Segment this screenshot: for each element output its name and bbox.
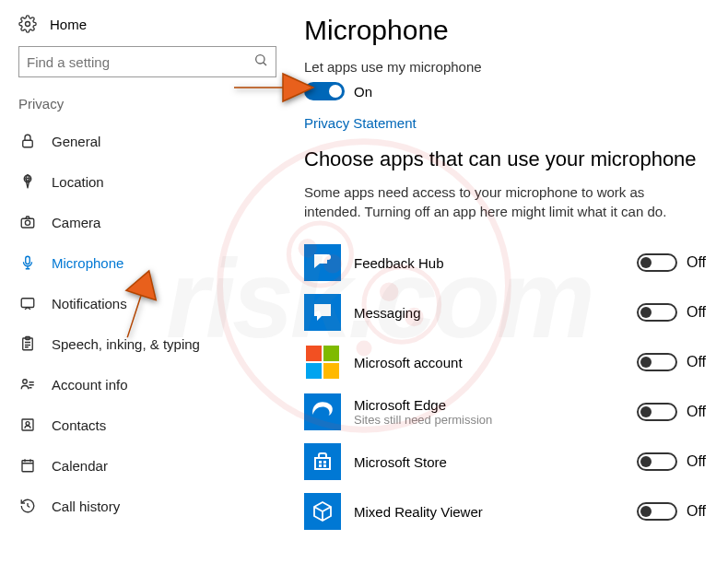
- sidebar-item-location[interactable]: Location: [18, 161, 276, 202]
- svg-rect-32: [323, 464, 326, 467]
- master-toggle[interactable]: [304, 82, 345, 100]
- app-toggle[interactable]: [637, 502, 677, 521]
- home-label: Home: [50, 17, 87, 32]
- gear-icon: [18, 15, 37, 33]
- choose-apps-heading: Choose apps that can use your microphone: [304, 147, 706, 171]
- page-title: Microphone: [304, 15, 706, 46]
- toggle-state: Off: [687, 404, 706, 420]
- svg-rect-31: [319, 464, 322, 467]
- app-toggle[interactable]: [637, 303, 677, 322]
- app-row-microsoft-store: Microsoft Store Off: [304, 437, 706, 487]
- app-row-microsoft-edge: Microsoft EdgeSites still need permissio…: [304, 387, 706, 437]
- sidebar-item-speech[interactable]: Speech, inking, & typing: [18, 323, 276, 364]
- toggle-state: Off: [687, 503, 706, 520]
- svg-point-9: [256, 55, 264, 64]
- calendar-icon: [18, 457, 37, 474]
- nav-label: Contacts: [52, 417, 106, 433]
- svg-rect-25: [306, 346, 322, 361]
- feedback-hub-icon: [304, 244, 341, 281]
- svg-rect-23: [22, 461, 33, 472]
- svg-rect-30: [323, 461, 326, 464]
- store-icon: [304, 443, 341, 480]
- svg-point-24: [325, 254, 331, 260]
- edge-icon: [304, 393, 341, 430]
- app-name: Microsoft Edge: [354, 397, 624, 413]
- svg-point-8: [26, 22, 30, 27]
- notifications-icon: [18, 295, 37, 311]
- nav-label: Microphone: [52, 255, 123, 271]
- app-name: Microsoft Store: [354, 454, 624, 470]
- app-toggle[interactable]: [637, 452, 677, 471]
- sidebar-item-contacts[interactable]: Contacts: [18, 405, 276, 445]
- sidebar-item-microphone[interactable]: Microphone: [18, 242, 276, 283]
- home-link[interactable]: Home: [18, 15, 276, 33]
- app-row-mixed-reality: Mixed Reality Viewer Off: [304, 487, 706, 536]
- app-toggle[interactable]: [637, 403, 677, 421]
- section-header: Privacy: [18, 96, 276, 111]
- app-row-feedback-hub: Feedback Hub Off: [304, 238, 706, 288]
- choose-apps-desc: Some apps need access to your microphone…: [304, 182, 691, 221]
- search-icon: [253, 53, 268, 71]
- master-toggle-state: On: [354, 84, 372, 100]
- clipboard-icon: [18, 335, 37, 352]
- svg-rect-27: [306, 363, 322, 379]
- nav-label: Account info: [52, 377, 128, 393]
- svg-rect-11: [23, 140, 33, 147]
- svg-rect-17: [21, 299, 34, 308]
- lock-icon: [18, 133, 37, 149]
- search-input[interactable]: [27, 54, 253, 70]
- app-name: Microsoft account: [354, 355, 624, 370]
- svg-rect-28: [323, 363, 339, 379]
- svg-point-20: [23, 380, 28, 384]
- contacts-icon: [18, 417, 37, 433]
- location-icon: [18, 173, 37, 190]
- sidebar-item-notifications[interactable]: Notifications: [18, 283, 276, 323]
- messaging-icon: [304, 294, 341, 331]
- svg-line-10: [264, 63, 266, 65]
- search-input-wrap[interactable]: [18, 46, 276, 77]
- nav-label: General: [52, 134, 100, 149]
- sidebar-item-general[interactable]: General: [18, 121, 276, 161]
- svg-rect-16: [26, 256, 30, 264]
- sidebar-item-account[interactable]: Account info: [18, 364, 276, 405]
- svg-point-22: [26, 422, 29, 426]
- nav-label: Notifications: [52, 296, 127, 311]
- account-icon: [18, 376, 37, 393]
- sidebar-item-callhistory[interactable]: Call history: [18, 486, 276, 526]
- history-icon: [18, 498, 37, 514]
- app-toggle[interactable]: [637, 253, 677, 272]
- app-name: Mixed Reality Viewer: [354, 504, 624, 520]
- svg-point-15: [25, 220, 29, 225]
- toggle-state: Off: [687, 254, 706, 271]
- toggle-state: Off: [687, 304, 706, 321]
- privacy-statement-link[interactable]: Privacy Statement: [304, 115, 417, 131]
- microsoft-account-icon: [304, 344, 341, 381]
- toggle-state: Off: [687, 354, 706, 370]
- toggle-state: Off: [687, 453, 706, 470]
- nav-label: Speech, inking, & typing: [52, 336, 200, 352]
- app-name: Feedback Hub: [354, 255, 624, 271]
- nav-label: Call history: [52, 499, 120, 514]
- app-name: Messaging: [354, 305, 624, 321]
- cube-icon: [304, 493, 341, 530]
- sidebar-item-calendar[interactable]: Calendar: [18, 445, 276, 486]
- nav-label: Location: [52, 174, 104, 190]
- nav-label: Camera: [52, 215, 100, 230]
- master-toggle-label: Let apps use my microphone: [304, 59, 706, 75]
- app-row-microsoft-account: Microsoft account Off: [304, 337, 706, 387]
- nav-label: Calendar: [52, 458, 108, 474]
- svg-rect-26: [323, 346, 339, 361]
- microphone-icon: [18, 254, 37, 271]
- svg-rect-29: [319, 461, 322, 464]
- sidebar-item-camera[interactable]: Camera: [18, 202, 276, 242]
- camera-icon: [18, 214, 37, 230]
- app-sub: Sites still need permission: [354, 413, 624, 427]
- app-row-messaging: Messaging Off: [304, 288, 706, 337]
- app-toggle[interactable]: [637, 353, 677, 371]
